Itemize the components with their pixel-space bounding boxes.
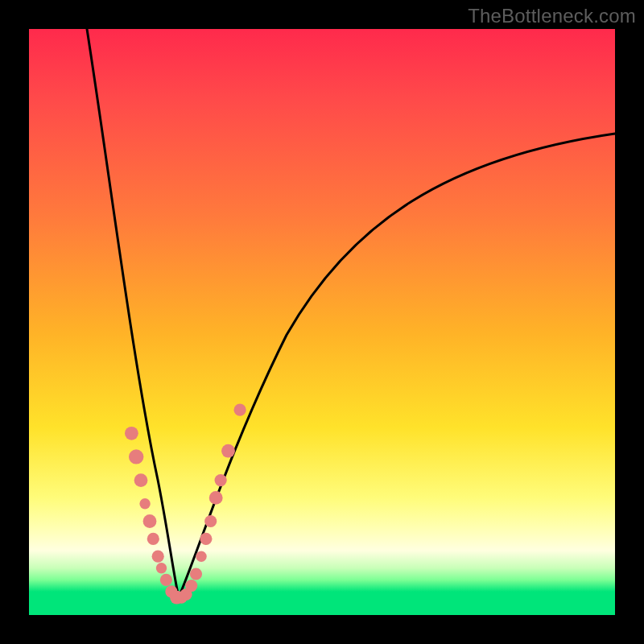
watermark-text: TheBottleneck.com bbox=[468, 5, 636, 27]
data-marker bbox=[209, 491, 223, 505]
data-marker bbox=[125, 427, 138, 440]
marker-group bbox=[125, 404, 246, 605]
data-marker bbox=[196, 551, 206, 562]
curve-left-branch bbox=[87, 29, 179, 597]
data-marker bbox=[152, 551, 164, 563]
data-marker bbox=[160, 574, 172, 586]
curve-layer bbox=[29, 29, 615, 615]
data-marker bbox=[190, 568, 202, 580]
data-marker bbox=[134, 473, 148, 487]
data-marker bbox=[221, 444, 235, 458]
data-marker bbox=[204, 515, 217, 527]
chart-frame: TheBottleneck.com bbox=[0, 0, 644, 644]
data-marker bbox=[234, 404, 246, 416]
data-marker bbox=[156, 563, 167, 573]
data-marker bbox=[215, 474, 227, 486]
data-marker bbox=[147, 533, 159, 545]
data-marker bbox=[200, 533, 212, 545]
data-marker bbox=[129, 449, 143, 464]
data-marker bbox=[185, 580, 197, 592]
curve-right-branch bbox=[179, 134, 615, 597]
data-marker bbox=[139, 498, 150, 509]
data-marker bbox=[143, 514, 157, 528]
